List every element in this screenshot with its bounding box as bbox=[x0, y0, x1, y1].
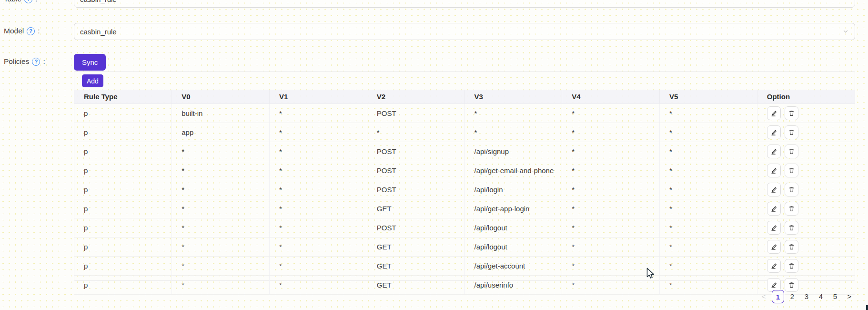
cell-option bbox=[757, 218, 855, 237]
edit-button[interactable] bbox=[767, 221, 781, 235]
page-5-button[interactable]: 5 bbox=[829, 290, 841, 303]
edit-button[interactable] bbox=[767, 259, 781, 273]
cell-rule-type: p bbox=[74, 237, 172, 256]
policies-table-header-row: Rule TypeV0V1V2V3V4V5Option bbox=[74, 90, 855, 103]
column-header-v1: V1 bbox=[270, 90, 367, 103]
prev-page-button[interactable]: < bbox=[757, 290, 770, 303]
cell-v2: POST bbox=[367, 142, 464, 161]
column-header-option: Option bbox=[757, 90, 855, 103]
page-2-button[interactable]: 2 bbox=[786, 290, 798, 303]
cell-option bbox=[757, 180, 855, 199]
delete-button[interactable] bbox=[785, 125, 798, 139]
cell-rule-type: p bbox=[74, 103, 172, 123]
cell-rule-type: p bbox=[74, 275, 172, 294]
cell-v1: * bbox=[270, 103, 367, 123]
cell-option bbox=[757, 123, 855, 142]
edit-button[interactable] bbox=[767, 106, 781, 120]
trash-icon bbox=[788, 167, 795, 174]
page-1-button[interactable]: 1 bbox=[772, 290, 784, 303]
cell-v1: * bbox=[270, 275, 367, 294]
cell-v3: /api/logout bbox=[464, 218, 562, 237]
column-header-v0: V0 bbox=[172, 90, 270, 103]
edit-button[interactable] bbox=[767, 240, 781, 254]
cell-v5: * bbox=[660, 218, 757, 237]
policies-label-text: Policies bbox=[4, 57, 29, 66]
table-row: p**GET/api/logout** bbox=[74, 237, 855, 256]
trash-icon bbox=[788, 281, 795, 289]
delete-button[interactable] bbox=[785, 259, 798, 273]
cell-v3: /api/signup bbox=[464, 142, 562, 161]
cell-v5: * bbox=[660, 161, 757, 180]
cell-option bbox=[757, 237, 855, 256]
cell-v3: /api/userinfo bbox=[464, 275, 562, 294]
table-input[interactable] bbox=[74, 0, 855, 8]
edit-button[interactable] bbox=[767, 145, 781, 158]
trash-icon bbox=[788, 148, 795, 155]
page-3-button[interactable]: 3 bbox=[800, 290, 813, 303]
edit-pencil-icon bbox=[770, 129, 777, 136]
cell-v3: /api/logout bbox=[464, 237, 562, 256]
cell-option bbox=[757, 199, 855, 218]
policies-table: Rule TypeV0V1V2V3V4V5Option pbuilt-in*PO… bbox=[74, 90, 855, 295]
cell-v5: * bbox=[660, 237, 757, 256]
help-icon[interactable]: ? bbox=[24, 0, 32, 3]
delete-button[interactable] bbox=[785, 202, 798, 216]
delete-button[interactable] bbox=[785, 221, 798, 235]
cell-v0: * bbox=[172, 237, 270, 256]
help-icon[interactable]: ? bbox=[32, 58, 40, 66]
edit-button[interactable] bbox=[767, 202, 781, 216]
cell-rule-type: p bbox=[74, 123, 172, 142]
cell-v4: * bbox=[562, 161, 660, 180]
cell-v2: GET bbox=[367, 237, 464, 256]
cell-v3: /api/get-email-and-phone bbox=[464, 161, 562, 180]
cell-v1: * bbox=[270, 256, 367, 275]
cell-v2: POST bbox=[367, 218, 464, 237]
delete-button[interactable] bbox=[785, 183, 798, 196]
column-header-v4: V4 bbox=[562, 90, 660, 103]
delete-button[interactable] bbox=[785, 145, 798, 158]
cell-v0: * bbox=[172, 161, 270, 180]
cell-v4: * bbox=[562, 275, 660, 294]
cell-v2: * bbox=[367, 123, 464, 142]
label-colon: : bbox=[35, 0, 37, 3]
pagination: < 12345 > bbox=[757, 290, 856, 303]
cell-v3: /api/login bbox=[464, 180, 562, 199]
add-button[interactable]: Add bbox=[82, 74, 103, 87]
cell-v5: * bbox=[660, 180, 757, 199]
cell-v0: * bbox=[172, 199, 270, 218]
policies-panel: Add Rule TypeV0V1V2V3V4V5Option pbuilt-i… bbox=[74, 71, 855, 281]
cell-v1: * bbox=[270, 123, 367, 142]
cell-option bbox=[757, 142, 855, 161]
chevron-down-icon bbox=[842, 28, 849, 35]
edit-button[interactable] bbox=[767, 164, 781, 177]
edit-pencil-icon bbox=[770, 167, 777, 174]
cell-v1: * bbox=[270, 161, 367, 180]
policies-table-body: pbuilt-in*POST***papp*****p**POST/api/si… bbox=[74, 103, 855, 294]
next-page-button[interactable]: > bbox=[843, 290, 856, 303]
edit-pencil-icon bbox=[770, 262, 777, 269]
edit-button[interactable] bbox=[767, 183, 781, 196]
sync-button[interactable]: Sync bbox=[74, 54, 106, 71]
delete-button[interactable] bbox=[785, 164, 798, 177]
cell-v5: * bbox=[660, 103, 757, 123]
cell-v1: * bbox=[270, 199, 367, 218]
model-field-label: Model ? : bbox=[4, 27, 40, 35]
model-select[interactable]: casbin_rule bbox=[74, 23, 855, 40]
table-row: pbuilt-in*POST*** bbox=[74, 103, 855, 123]
edit-pencil-icon bbox=[770, 205, 777, 212]
cell-v1: * bbox=[270, 237, 367, 256]
page-4-button[interactable]: 4 bbox=[815, 290, 827, 303]
cell-v2: GET bbox=[367, 275, 464, 294]
cell-v0: * bbox=[172, 275, 270, 294]
edit-pencil-icon bbox=[770, 224, 777, 231]
cell-v4: * bbox=[562, 218, 660, 237]
edit-button[interactable] bbox=[767, 125, 781, 139]
cell-v3: /api/get-account bbox=[464, 256, 562, 275]
cell-v0: * bbox=[172, 256, 270, 275]
help-icon[interactable]: ? bbox=[27, 27, 35, 35]
table-row: p**POST/api/login** bbox=[74, 180, 855, 199]
delete-button[interactable] bbox=[785, 106, 798, 120]
cell-rule-type: p bbox=[74, 180, 172, 199]
cell-v5: * bbox=[660, 199, 757, 218]
delete-button[interactable] bbox=[785, 240, 798, 254]
